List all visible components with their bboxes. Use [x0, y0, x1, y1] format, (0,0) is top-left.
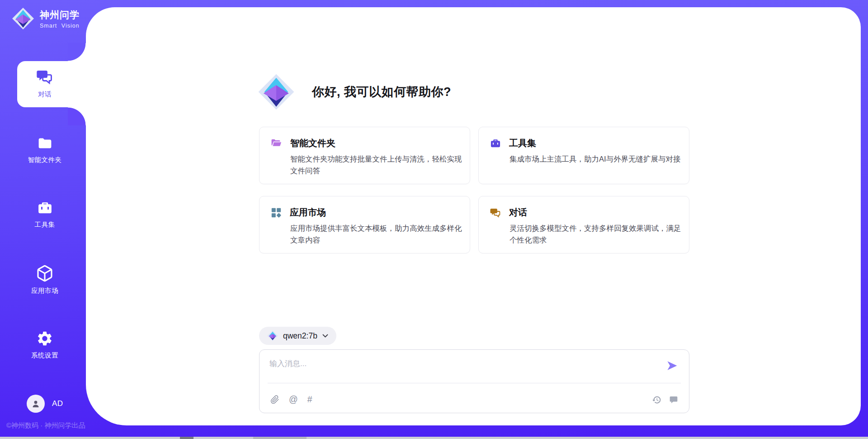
model-selector[interactable]: qwen2:7b — [259, 327, 336, 345]
brand: 神州问学 Smart Vision — [12, 7, 80, 30]
card-description: 智能文件夹功能支持批量文件上传与清洗，轻松实现文件问答 — [290, 153, 463, 177]
card-title: 工具集 — [509, 137, 536, 149]
sidebar-item-label: 工具集 — [8, 220, 81, 229]
sidebar-item-toolset[interactable]: 工具集 — [8, 200, 81, 229]
briefcase-icon — [37, 200, 53, 216]
sidebar-item-label: 智能文件夹 — [8, 156, 81, 164]
scrollbar-thumb[interactable] — [180, 437, 193, 439]
chat-icon — [36, 68, 54, 86]
sidebar-item-label: 系统设置 — [8, 351, 81, 360]
card-description: 集成市场上主流工具，助力AI与外界无缝扩展与对接 — [509, 153, 682, 165]
card-title: 智能文件夹 — [290, 137, 335, 149]
folder-icon — [37, 135, 53, 152]
grid-icon — [270, 207, 282, 219]
chat-icon — [490, 207, 501, 219]
sidebar-item-label: 对话 — [8, 90, 81, 99]
card-title: 对话 — [509, 206, 527, 219]
composer-toolbar: @ # — [270, 393, 678, 406]
comment-icon[interactable] — [669, 395, 678, 404]
person-icon — [30, 398, 41, 409]
greeting: 你好, 我可以如何帮助你? — [258, 73, 451, 110]
user-account[interactable]: AD — [27, 395, 63, 413]
brand-logo-icon — [12, 7, 34, 30]
card-smart-folder[interactable]: 智能文件夹 智能文件夹功能支持批量文件上传与清洗，轻松实现文件问答 — [259, 127, 470, 184]
composer-divider — [268, 383, 681, 383]
horizontal-scrollbar[interactable] — [0, 437, 868, 439]
scrollbar-segment — [253, 437, 307, 439]
app-window: 神州问学 Smart Vision 对话 智能文件夹 工具集 应用市场 系统 — [0, 0, 868, 439]
card-toolset[interactable]: 工具集 集成市场上主流工具，助力AI与外界无缝扩展与对接 — [478, 127, 689, 184]
mention-icon[interactable]: @ — [289, 395, 298, 404]
model-name: qwen2:7b — [283, 331, 317, 341]
card-chat[interactable]: 对话 灵活切换多模型文件，支持多样回复效果调试，满足个性化需求 — [478, 196, 689, 253]
copyright-text: ©神州数码 · 神州问学出品 — [6, 421, 85, 430]
tab-fillet-bottom — [68, 107, 86, 125]
feature-cards: 智能文件夹 智能文件夹功能支持批量文件上传与清洗，轻松实现文件问答 工具集 集成… — [259, 127, 689, 253]
sidebar-item-app-market[interactable]: 应用市场 — [8, 264, 81, 295]
paperclip-icon[interactable] — [270, 395, 279, 404]
cube-icon — [36, 264, 54, 282]
tab-fillet-top — [68, 43, 86, 61]
user-initials: AD — [52, 399, 63, 408]
gear-icon — [36, 330, 53, 347]
sidebar-item-smart-folder[interactable]: 智能文件夹 — [8, 135, 81, 164]
sidebar-item-label: 应用市场 — [8, 286, 81, 295]
brand-name: 神州问学 — [40, 9, 80, 21]
card-app-market[interactable]: 应用市场 应用市场提供丰富长文本模板，助力高效生成多样化文章内容 — [259, 196, 470, 253]
message-composer: @ # — [259, 349, 689, 413]
model-logo-icon — [267, 330, 278, 341]
folder-open-icon — [270, 137, 283, 149]
chevron-down-icon — [322, 334, 328, 338]
hashtag-icon[interactable]: # — [307, 395, 312, 404]
card-title: 应用市场 — [290, 206, 326, 219]
send-icon[interactable] — [666, 360, 678, 372]
sidebar-item-settings[interactable]: 系统设置 — [8, 330, 81, 360]
briefcase-icon — [490, 138, 501, 149]
assistant-logo-icon — [258, 73, 295, 110]
brand-subtitle: Smart Vision — [40, 23, 80, 29]
history-icon[interactable] — [652, 395, 661, 405]
greeting-text: 你好, 我可以如何帮助你? — [312, 84, 451, 100]
avatar — [27, 395, 45, 413]
message-input[interactable] — [269, 357, 658, 371]
card-description: 灵活切换多模型文件，支持多样回复效果调试，满足个性化需求 — [509, 223, 682, 246]
sidebar-item-chat[interactable]: 对话 — [8, 68, 81, 99]
card-description: 应用市场提供丰富长文本模板，助力高效生成多样化文章内容 — [290, 223, 463, 246]
